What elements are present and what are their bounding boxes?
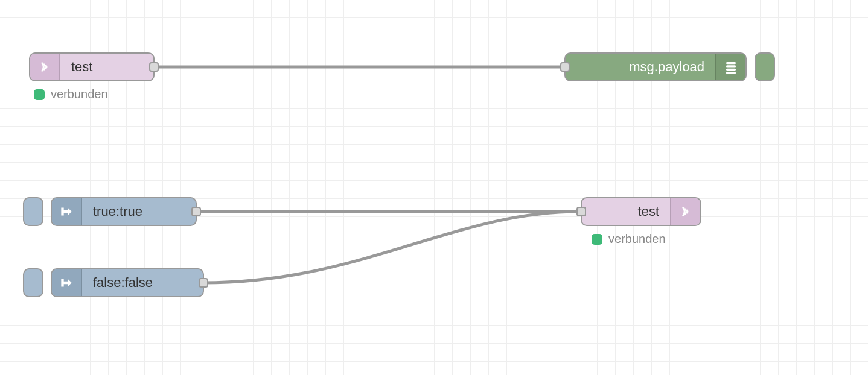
node-mqtt-out[interactable]: test bbox=[581, 197, 701, 226]
node-mqtt-in-status: verbunden bbox=[34, 87, 108, 101]
node-label: msg.payload bbox=[566, 54, 715, 80]
inject-arrow-icon bbox=[52, 198, 82, 225]
signal-icon bbox=[670, 198, 700, 225]
inject-true-trigger-button[interactable] bbox=[23, 197, 43, 226]
node-label: test bbox=[582, 198, 670, 225]
debug-toggle-button[interactable] bbox=[755, 52, 775, 81]
node-inject-true[interactable]: true:true bbox=[51, 197, 197, 226]
wire-inject-false-to-mqtt-out[interactable] bbox=[203, 212, 579, 283]
status-dot-icon bbox=[34, 89, 45, 100]
signal-icon bbox=[30, 54, 60, 80]
output-port[interactable] bbox=[191, 207, 201, 216]
input-port[interactable] bbox=[576, 207, 586, 216]
node-label: test bbox=[60, 54, 153, 80]
output-port[interactable] bbox=[149, 62, 159, 72]
debug-lines-icon bbox=[715, 54, 745, 80]
status-dot-icon bbox=[592, 234, 602, 245]
node-inject-false[interactable]: false:false bbox=[51, 268, 204, 297]
output-port[interactable] bbox=[199, 278, 208, 288]
input-port[interactable] bbox=[560, 62, 570, 72]
node-label: true:true bbox=[82, 198, 196, 225]
status-text: verbunden bbox=[51, 87, 108, 101]
node-label: false:false bbox=[82, 269, 203, 296]
inject-arrow-icon bbox=[52, 269, 82, 296]
node-debug[interactable]: msg.payload bbox=[564, 52, 747, 81]
node-mqtt-out-status: verbunden bbox=[592, 232, 666, 246]
flow-canvas[interactable]: test verbunden msg.payload true:true bbox=[0, 0, 868, 375]
inject-false-trigger-button[interactable] bbox=[23, 268, 43, 297]
status-text: verbunden bbox=[608, 232, 666, 246]
node-mqtt-in[interactable]: test bbox=[29, 52, 155, 81]
